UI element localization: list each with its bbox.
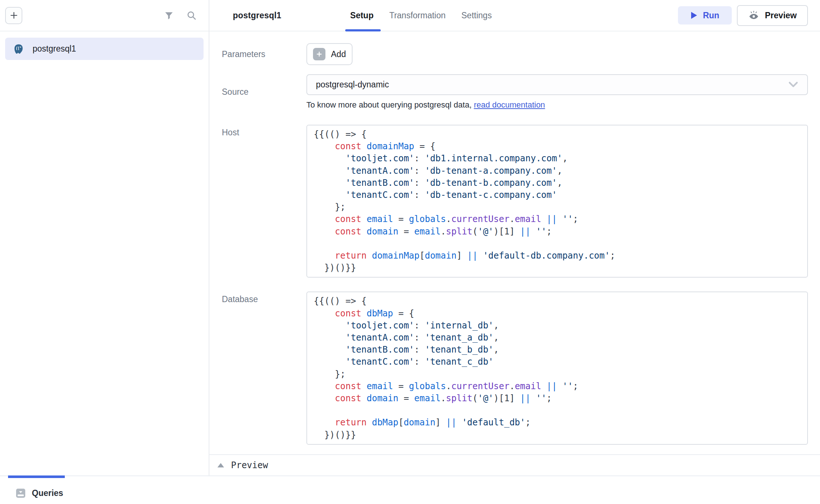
preview-button-label: Preview [765,11,797,20]
query-editor-app: postgresql1 postgresql1 Setup Transforma… [0,0,820,504]
read-documentation-link[interactable]: read documentation [474,100,545,109]
source-label: Source [222,87,306,97]
queries-panel-icon [16,488,26,498]
queries-sidebar: postgresql1 [0,0,209,475]
tab-settings[interactable]: Settings [461,0,492,31]
plus-chip [313,48,325,60]
body-row: postgresql1 postgresql1 Setup Transforma… [0,0,820,475]
parameters-field: Add [306,43,808,65]
header-actions: Run Preview [678,5,808,26]
chevron-down-icon [787,81,799,89]
bottom-bar: Queries [0,475,820,504]
database-field: {{(() => { const dbMap = { 'tooljet.com'… [306,292,808,444]
queries-label: Queries [32,488,63,498]
plus-icon [10,11,18,20]
host-label: Host [222,125,306,278]
sidebar-toolbar-icons [163,10,197,21]
doc-hint-text: To know more about querying postgresql d… [306,100,474,109]
postgresql-icon [13,44,24,54]
play-icon [690,11,698,19]
main-panel: postgresql1 Setup Transformation Setting… [209,0,820,475]
query-list: postgresql1 [0,31,209,475]
parameters-label: Parameters [222,49,306,59]
add-parameter-button[interactable]: Add [306,43,353,65]
add-parameter-label: Add [331,49,346,59]
source-doc-hint: To know more about querying postgresql d… [306,100,808,110]
add-query-button[interactable] [5,7,22,24]
tab-setup[interactable]: Setup [350,0,374,31]
source-select[interactable]: postgresql-dynamic [306,74,808,95]
plus-icon [316,51,323,57]
setup-tab-content: Parameters Add So [209,31,820,454]
host-code-editor[interactable]: {{(() => { const domainMap = { 'tooljet.… [306,125,808,278]
parameters-row: Parameters Add [222,43,808,65]
query-item-label: postgresql1 [33,44,76,54]
search-icon [186,10,197,20]
host-field: {{(() => { const domainMap = { 'tooljet.… [306,125,808,278]
preview-button[interactable]: Preview [737,5,808,26]
query-title: postgresql1 [233,11,282,20]
active-panel-indicator [8,475,65,478]
filter-icon [164,11,174,20]
run-button[interactable]: Run [678,6,732,25]
database-label: Database [222,292,306,444]
collapse-up-icon [217,463,224,467]
database-row: Database {{(() => { const dbMap = { 'too… [222,292,808,444]
host-row: Host {{(() => { const domainMap = { 'too… [222,125,808,278]
filter-button[interactable] [163,10,174,21]
search-button[interactable] [186,10,197,21]
preview-section-toggle[interactable]: Preview [209,454,820,475]
database-code-editor[interactable]: {{(() => { const dbMap = { 'tooljet.com'… [306,292,808,444]
main-header: postgresql1 Setup Transformation Setting… [209,0,820,31]
source-field: postgresql-dynamic To know more about qu… [306,74,808,110]
queries-panel-toggle[interactable]: Queries [16,488,63,498]
tab-bar: Setup Transformation Settings [350,0,493,31]
source-row: Source postgresql-dynamic To know more a… [222,74,808,110]
run-button-label: Run [703,11,719,20]
eye-icon [748,11,759,20]
tab-transformation[interactable]: Transformation [388,0,446,31]
query-list-item-postgresql1[interactable]: postgresql1 [5,38,204,60]
sidebar-toolbar [0,0,209,31]
preview-section-label: Preview [231,460,268,470]
source-select-value: postgresql-dynamic [316,80,389,90]
